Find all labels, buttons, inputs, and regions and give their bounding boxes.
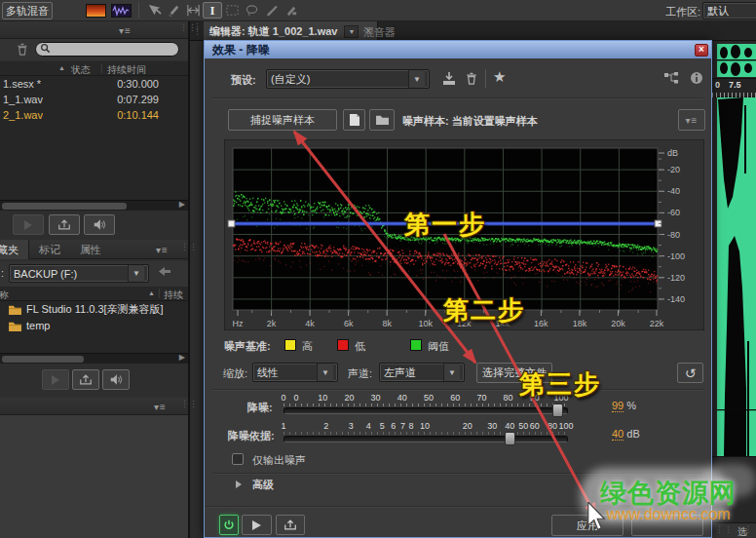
- razor-tool-icon[interactable]: [164, 2, 183, 19]
- svg-text:Hz: Hz: [233, 319, 244, 328]
- panel-grip[interactable]: ⋮⋮: [179, 25, 197, 30]
- file-row[interactable]: 1.sesx *0:30.000: [0, 76, 188, 92]
- scroll-right-arrow-icon[interactable]: ▶: [179, 353, 185, 362]
- search-input[interactable]: [35, 42, 179, 57]
- time-selection-tool-icon[interactable]: I: [203, 2, 222, 19]
- legend-swatch: [410, 339, 422, 351]
- slider-tick-label: 60: [450, 393, 460, 403]
- capture-noise-sample-button[interactable]: 捕捉噪声样本: [228, 109, 337, 131]
- tab-editor[interactable]: 编辑器: 轨道 1_002_1.wav ▼ ×: [204, 21, 378, 41]
- tab-dropdown-icon[interactable]: ▼: [344, 25, 359, 38]
- noise-sample-menu-button[interactable]: ▾≡: [678, 109, 705, 131]
- main-waveform[interactable]: [717, 97, 756, 456]
- speaker-button[interactable]: [84, 214, 115, 235]
- channel-dropdown[interactable]: 左声道▼: [379, 363, 465, 382]
- reset-button[interactable]: ↺: [677, 363, 703, 383]
- sort-triangle-icon[interactable]: ▲: [148, 289, 155, 296]
- side-chain-icon[interactable]: [664, 72, 679, 87]
- browser-hscrollbar[interactable]: ▶: [0, 353, 188, 364]
- loop-preview-button[interactable]: [276, 515, 305, 535]
- spot-healing-brush-tool-icon[interactable]: [281, 2, 300, 19]
- trash-icon[interactable]: [15, 42, 29, 58]
- scrollbar-thumb[interactable]: [2, 356, 84, 363]
- browser-tab[interactable]: 属性: [70, 240, 111, 259]
- statusbar-selection-label: 选区: [737, 525, 756, 538]
- browser-tab[interactable]: 标记: [29, 240, 70, 259]
- waveform-overview[interactable]: [717, 44, 756, 77]
- load-noise-sample-button[interactable]: [369, 109, 395, 131]
- scrollbar-thumb[interactable]: [2, 203, 127, 210]
- back-arrow-icon[interactable]: [157, 264, 172, 281]
- files-transport: [0, 211, 188, 240]
- reduce-by-value[interactable]: 40: [612, 428, 624, 441]
- slider-tick-label: 3: [349, 421, 354, 431]
- folder-row[interactable]: temp: [0, 318, 188, 334]
- slider-tick-label: 40: [397, 393, 407, 403]
- dropdown-arrow-icon: ▼: [443, 364, 460, 381]
- sort-triangle-icon[interactable]: ▲: [58, 64, 65, 71]
- loop-playback-button[interactable]: [72, 369, 99, 390]
- marquee-selection-tool-icon[interactable]: [222, 2, 242, 19]
- play-button[interactable]: [42, 369, 69, 390]
- tab-mixer[interactable]: 混音器: [363, 25, 396, 40]
- noise-reduction-label: 降噪:: [247, 401, 273, 415]
- advanced-expander-icon[interactable]: [236, 480, 242, 488]
- workspace-dropdown[interactable]: 默认: [702, 2, 756, 19]
- panel-grip[interactable]: ⋮⋮: [180, 402, 198, 406]
- dialog-title: 效果 - 降噪: [212, 42, 270, 58]
- reduce-by-slider-handle[interactable]: [505, 432, 515, 445]
- advanced-label[interactable]: 高级: [252, 478, 274, 492]
- scroll-right-arrow-icon[interactable]: ▶: [179, 200, 185, 209]
- noise-reduction-slider-handle[interactable]: [552, 404, 563, 417]
- multitrack-button[interactable]: 多轨混音: [2, 2, 53, 19]
- noise-reduction-value[interactable]: 99: [612, 400, 624, 412]
- dialog-close-icon[interactable]: ×: [695, 44, 708, 57]
- threshold-handle-left: [228, 220, 235, 227]
- preset-dropdown[interactable]: (自定义)▼: [266, 69, 430, 89]
- dialog-titlebar[interactable]: 效果 - 降噪 ×: [205, 41, 711, 58]
- scale-dropdown[interactable]: 线性▼: [252, 363, 338, 382]
- file-row[interactable]: 1_1.wav0:07.299: [0, 92, 188, 107]
- svg-text:2k: 2k: [267, 319, 277, 328]
- drive-dropdown[interactable]: BACKUP (F:)▼: [9, 264, 149, 283]
- play-button[interactable]: [13, 214, 44, 235]
- editor-tabbar: ⋮⋮⋮⋮ 编辑器: 轨道 1_002_1.wav ▼ × 混音器: [190, 21, 756, 41]
- preview-play-button[interactable]: [242, 515, 272, 535]
- panel-menu-icon[interactable]: ▾≡: [156, 245, 169, 255]
- lasso-selection-tool-icon[interactable]: [242, 2, 261, 19]
- panel-menu-icon[interactable]: ▾≡: [154, 402, 167, 412]
- file-duration: 0:30.000: [117, 76, 159, 92]
- noise-reduction-slider[interactable]: [284, 407, 568, 414]
- app-window: 多轨混音 I 工作区: 默认 ⋮⋮⋮⋮ 编辑器: 轨道 1_002_1.wav …: [0, 0, 756, 538]
- waveform-view-icon[interactable]: [111, 4, 132, 18]
- save-preset-icon[interactable]: [441, 71, 457, 88]
- browser-tab[interactable]: 收藏夹: [0, 240, 29, 259]
- output-noise-only-checkbox[interactable]: [232, 453, 244, 465]
- slider-tick-label: 100: [558, 421, 573, 431]
- spectral-view-icon[interactable]: [86, 4, 106, 18]
- slider-tick-label: 30: [487, 421, 497, 431]
- move-tool-icon[interactable]: [144, 2, 164, 19]
- panel-grip[interactable]: ⋮⋮: [180, 245, 198, 250]
- svg-text:20k: 20k: [611, 319, 625, 328]
- svg-text:-80: -80: [667, 230, 680, 240]
- folder-row[interactable]: FL Studio 11.0.3[亲测兼容版]: [0, 301, 188, 318]
- info-icon[interactable]: [690, 71, 703, 87]
- delete-preset-icon[interactable]: [464, 71, 478, 88]
- loop-playback-button[interactable]: [49, 214, 80, 235]
- reduce-by-slider[interactable]: [284, 436, 568, 442]
- power-toggle-button[interactable]: [219, 515, 239, 535]
- col-status[interactable]: 状态: [71, 63, 91, 77]
- col-duration[interactable]: 持续: [164, 288, 183, 302]
- files-hscrollbar[interactable]: ▶: [0, 200, 188, 211]
- file-row[interactable]: 2_1.wav0:10.144: [0, 107, 188, 123]
- timeline-ruler[interactable]: 0 7.5: [712, 78, 756, 97]
- slip-tool-icon[interactable]: [183, 2, 203, 19]
- favorite-star-icon[interactable]: ★: [493, 68, 506, 86]
- paintbrush-tool-icon[interactable]: [261, 2, 281, 19]
- panel-menu-icon[interactable]: ▾≡: [119, 25, 132, 36]
- col-duration[interactable]: 持续时间: [107, 63, 146, 77]
- speaker-button[interactable]: [102, 369, 130, 390]
- save-noise-sample-button[interactable]: [343, 109, 365, 131]
- col-name[interactable]: 名称: [0, 288, 9, 302]
